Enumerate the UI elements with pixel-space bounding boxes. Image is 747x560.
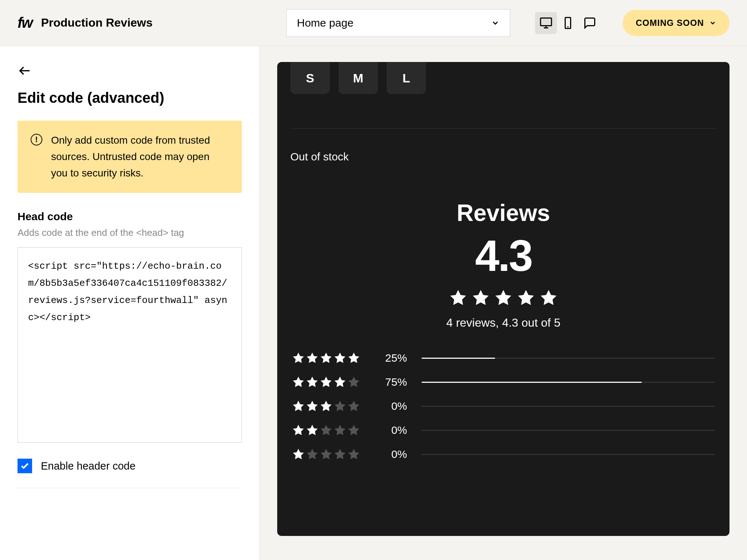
svg-rect-0 xyxy=(541,18,551,26)
reviews-score: 4.3 xyxy=(290,234,716,277)
star-icon xyxy=(471,288,490,307)
average-stars xyxy=(290,288,716,307)
desktop-view-button[interactable] xyxy=(535,12,557,34)
head-code-description: Adds code at the end of the <head> tag xyxy=(18,227,242,238)
panel-title: Edit code (advanced) xyxy=(18,90,242,106)
app-title: Production Reviews xyxy=(41,16,152,30)
size-tab-m[interactable]: M xyxy=(338,62,378,94)
row-percent: 0% xyxy=(378,448,407,460)
comment-view-button[interactable] xyxy=(579,12,601,34)
comment-icon xyxy=(583,16,596,30)
size-tabs: S M L xyxy=(290,62,716,94)
size-tab-l[interactable]: L xyxy=(387,62,426,94)
mobile-icon xyxy=(561,16,574,30)
star-icon xyxy=(306,351,319,365)
star-icon xyxy=(333,376,347,389)
edit-code-panel: Edit code (advanced) ! Only add custom c… xyxy=(0,46,260,560)
star-icon xyxy=(292,424,305,437)
enable-header-checkbox[interactable] xyxy=(18,459,32,473)
chevron-down-icon xyxy=(709,19,716,27)
star-icon xyxy=(333,351,347,365)
mobile-view-button[interactable] xyxy=(557,12,579,34)
row-percent: 0% xyxy=(378,400,407,412)
check-icon xyxy=(20,461,30,471)
star-icon xyxy=(333,400,347,413)
rating-breakdown: 25%75%0%0%0% xyxy=(290,351,716,461)
divider xyxy=(290,128,716,129)
row-percent: 25% xyxy=(378,352,407,364)
logo: fw xyxy=(18,15,32,31)
page-select[interactable]: Home page xyxy=(286,9,510,37)
head-code-label: Head code xyxy=(18,210,242,223)
star-icon xyxy=(320,351,333,365)
star-icon xyxy=(306,424,319,437)
star-icon xyxy=(347,351,360,365)
star-icon xyxy=(347,376,360,389)
row-bar xyxy=(422,454,715,455)
coming-soon-label: COMING SOON xyxy=(636,18,704,28)
star-icon xyxy=(539,288,558,307)
star-icon xyxy=(347,400,360,413)
row-stars xyxy=(292,400,363,413)
coming-soon-button[interactable]: COMING SOON xyxy=(623,10,729,36)
warning-icon: ! xyxy=(31,134,42,145)
star-icon xyxy=(449,288,468,307)
row-bar xyxy=(422,430,715,431)
star-icon xyxy=(494,288,513,307)
stock-status: Out of stock xyxy=(290,151,716,163)
preview-canvas: S M L Out of stock Reviews 4.3 4 reviews… xyxy=(277,62,729,536)
size-tab-s[interactable]: S xyxy=(290,62,330,94)
reviews-title: Reviews xyxy=(290,199,716,226)
page-select-value: Home page xyxy=(297,17,353,29)
breakdown-row: 0% xyxy=(292,448,715,461)
star-icon xyxy=(292,448,305,461)
row-stars xyxy=(292,424,363,437)
star-icon xyxy=(333,448,347,461)
device-switcher xyxy=(535,12,601,34)
breakdown-row: 75% xyxy=(292,376,715,389)
star-icon xyxy=(320,448,333,461)
row-bar-fill xyxy=(422,382,642,383)
breakdown-row: 0% xyxy=(292,424,715,437)
row-bar xyxy=(422,358,715,359)
reviews-summary: 4 reviews, 4.3 out of 5 xyxy=(290,316,716,330)
enable-header-label: Enable header code xyxy=(41,460,136,472)
star-icon xyxy=(292,351,305,365)
row-bar xyxy=(422,382,715,383)
star-icon xyxy=(306,400,319,413)
chevron-down-icon xyxy=(491,19,500,27)
star-icon xyxy=(320,400,333,413)
star-icon xyxy=(292,400,305,413)
head-code-input[interactable] xyxy=(18,247,242,443)
breakdown-row: 25% xyxy=(292,351,715,365)
star-icon xyxy=(333,424,347,437)
star-icon xyxy=(306,448,319,461)
arrow-left-icon xyxy=(18,63,32,78)
row-stars xyxy=(292,448,363,461)
desktop-icon xyxy=(539,16,553,30)
reviews-widget: Reviews 4.3 4 reviews, 4.3 out of 5 25%7… xyxy=(290,199,716,461)
star-icon xyxy=(306,376,319,389)
back-button[interactable] xyxy=(18,63,32,78)
row-stars xyxy=(292,351,363,365)
row-bar xyxy=(422,406,715,407)
breakdown-row: 0% xyxy=(292,400,715,413)
top-bar: fw Production Reviews Home page COMING S… xyxy=(0,0,747,46)
star-icon xyxy=(516,288,535,307)
row-bar-fill xyxy=(422,358,495,359)
star-icon xyxy=(320,376,333,389)
star-icon xyxy=(347,448,360,461)
warning-banner: ! Only add custom code from trusted sour… xyxy=(18,121,242,193)
star-icon xyxy=(347,424,360,437)
row-percent: 75% xyxy=(378,376,407,388)
star-icon xyxy=(320,424,333,437)
star-icon xyxy=(292,376,305,389)
row-percent: 0% xyxy=(378,424,407,436)
warning-text: Only add custom code from trusted source… xyxy=(51,132,229,181)
preview-area: S M L Out of stock Reviews 4.3 4 reviews… xyxy=(260,46,747,560)
row-stars xyxy=(292,376,363,389)
enable-header-row: Enable header code xyxy=(18,459,242,488)
